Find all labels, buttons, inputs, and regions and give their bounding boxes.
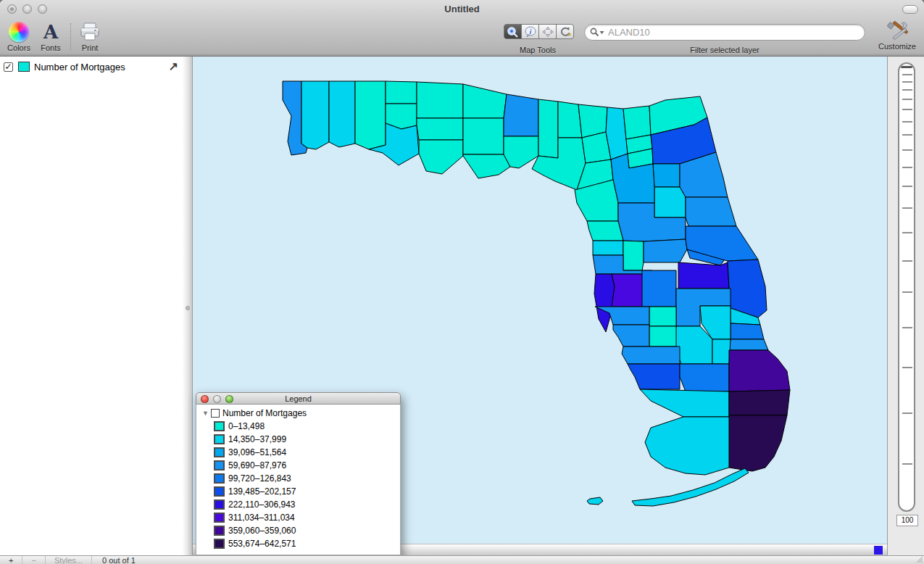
info-tool-button[interactable]: i: [521, 24, 539, 39]
legend-class-row[interactable]: 222,110–306,943: [196, 498, 400, 511]
county-sarasota[interactable]: [613, 325, 649, 347]
county-monroe[interactable]: [645, 417, 729, 475]
county-putnam[interactable]: [654, 187, 686, 217]
county-pinellas[interactable]: [594, 274, 615, 332]
county-flagler[interactable]: [686, 197, 736, 226]
detach-arrow-icon[interactable]: ↗: [169, 59, 178, 73]
remove-layer-button[interactable]: −: [22, 556, 45, 564]
county-gadsden[interactable]: [463, 84, 507, 118]
legend-window[interactable]: Legend ▼ Number of Mortgages 0–13,49814,…: [196, 392, 401, 555]
zoom-tool-button[interactable]: [504, 24, 522, 39]
scale-tick: [902, 327, 912, 328]
county-wakulla[interactable]: [504, 136, 538, 168]
info-tool-icon: i: [524, 26, 537, 38]
legend-class-swatch: [214, 513, 225, 523]
county-martin[interactable]: [729, 339, 768, 350]
county-holmes[interactable]: [386, 81, 417, 104]
legend-class-range: 139,485–202,157: [228, 486, 296, 497]
county-desoto[interactable]: [649, 326, 676, 347]
legend-class-range: 99,720–126,843: [228, 473, 291, 484]
county-collier[interactable]: [640, 389, 729, 417]
print-button[interactable]: Print: [75, 22, 105, 52]
legend-class-row[interactable]: 359,060–359,060: [196, 524, 400, 537]
toolbar-toggle-button[interactable]: [902, 5, 918, 14]
county-lee[interactable]: [628, 364, 680, 389]
county-lake[interactable]: [644, 239, 687, 262]
scale-tick: [902, 134, 912, 136]
legend-class-row[interactable]: 139,485–202,157: [196, 485, 400, 498]
scale-tick: [902, 89, 912, 91]
county-miami-dade[interactable]: [729, 415, 787, 471]
styles-button[interactable]: Styles...: [46, 556, 92, 564]
layer-visibility-checkbox[interactable]: ✓: [4, 62, 13, 72]
layer-row[interactable]: ✓ Number of Mortgages ↗: [0, 59, 183, 75]
county-polk[interactable]: [642, 270, 676, 307]
county-citrus[interactable]: [587, 221, 623, 241]
county-leon[interactable]: [504, 94, 538, 136]
legend-title-bar[interactable]: Legend: [196, 392, 401, 405]
county-santa-rosa[interactable]: [301, 81, 329, 149]
zoom-value-input[interactable]: 100: [896, 515, 918, 526]
legend-class-row[interactable]: 0–13,498: [196, 420, 400, 433]
scale-tick: [902, 149, 912, 151]
county-franklin[interactable]: [463, 154, 510, 178]
county-calhoun[interactable]: [417, 118, 463, 140]
map-tools-label: Map Tools: [487, 46, 588, 54]
scale-tick: [902, 186, 912, 187]
scale-tick: [902, 167, 912, 168]
legend-close-button[interactable]: [201, 395, 209, 403]
scrollbar-thumb[interactable]: [874, 546, 883, 555]
search-icon: [590, 28, 604, 37]
legend-class-row[interactable]: 59,690–87,976: [196, 459, 400, 472]
disclosure-triangle-icon[interactable]: ▼: [202, 410, 211, 417]
rotate-tool-button[interactable]: [556, 24, 574, 39]
legend-class-row[interactable]: 553,674–642,571: [196, 537, 400, 550]
county-palm-beach[interactable]: [729, 350, 790, 391]
legend-class-list: 0–13,49814,350–37,99939,096–51,56459,690…: [196, 420, 400, 550]
legend-class-row[interactable]: 14,350–37,999: [196, 433, 400, 446]
legend-class-row[interactable]: 99,720–126,843: [196, 472, 400, 485]
legend-class-row[interactable]: 39,096–51,564: [196, 446, 400, 459]
filter-search-field[interactable]: ALAND10: [584, 24, 865, 41]
county-jefferson[interactable]: [538, 99, 558, 158]
county-hendry[interactable]: [680, 364, 729, 391]
legend-class-range: 0–13,498: [228, 421, 265, 431]
county-jackson[interactable]: [417, 82, 463, 118]
color-wheel-icon: [9, 22, 29, 42]
slider-thumb[interactable]: [901, 66, 912, 68]
county-glades[interactable]: [712, 339, 731, 364]
county-walton[interactable]: [355, 81, 386, 149]
resize-grip[interactable]: [915, 555, 923, 563]
county-liberty[interactable]: [463, 118, 504, 154]
add-layer-button[interactable]: +: [0, 556, 22, 564]
layers-sidebar: ✓ Number of Mortgages ↗: [0, 57, 183, 555]
county-baker[interactable]: [623, 106, 651, 139]
legend-minimize-button[interactable]: [213, 395, 221, 403]
title-bar[interactable]: Untitled: [0, 0, 924, 19]
county-st-lucie[interactable]: [731, 323, 764, 339]
map-tools-group: i: [504, 24, 574, 39]
chevron-down-icon: [599, 30, 604, 35]
sidebar-splitter[interactable]: [183, 57, 193, 555]
legend-layer-checkbox[interactable]: [211, 409, 220, 418]
zoom-scale-slider[interactable]: [898, 62, 915, 512]
county-clay[interactable]: [653, 164, 680, 187]
county-hardee[interactable]: [649, 307, 676, 326]
county-charlotte[interactable]: [622, 347, 680, 364]
fonts-button[interactable]: A Fonts: [36, 22, 65, 52]
county-gulf[interactable]: [419, 140, 463, 174]
colors-button[interactable]: Colors: [4, 22, 33, 52]
legend-class-row[interactable]: 311,034–311,034: [196, 511, 400, 524]
pan-tool-button[interactable]: [538, 24, 557, 39]
customize-button[interactable]: Customize: [875, 20, 919, 51]
legend-layer-header[interactable]: ▼ Number of Mortgages: [196, 407, 400, 420]
scale-tick: [902, 207, 912, 209]
county-hernando[interactable]: [593, 241, 623, 255]
county-sumter[interactable]: [623, 241, 644, 270]
county-key-west-island[interactable]: [587, 497, 603, 505]
county-okaloosa[interactable]: [329, 81, 355, 147]
legend-zoom-button[interactable]: [225, 395, 233, 403]
county-orange[interactable]: [678, 262, 729, 289]
layer-color-swatch[interactable]: [18, 62, 30, 72]
county-broward[interactable]: [729, 390, 790, 415]
